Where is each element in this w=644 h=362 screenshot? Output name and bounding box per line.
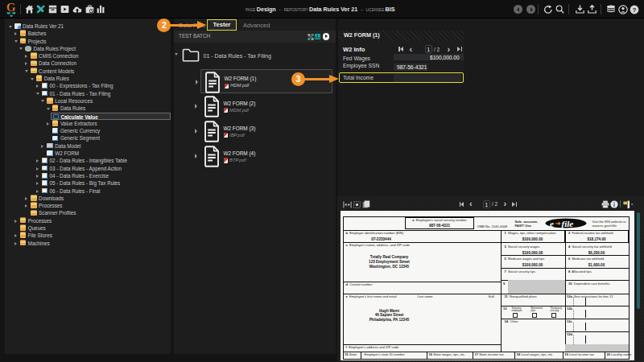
svg-text:e: e [550, 218, 554, 228]
svg-text:file: file [561, 218, 573, 228]
svg-text:?: ? [633, 6, 637, 14]
